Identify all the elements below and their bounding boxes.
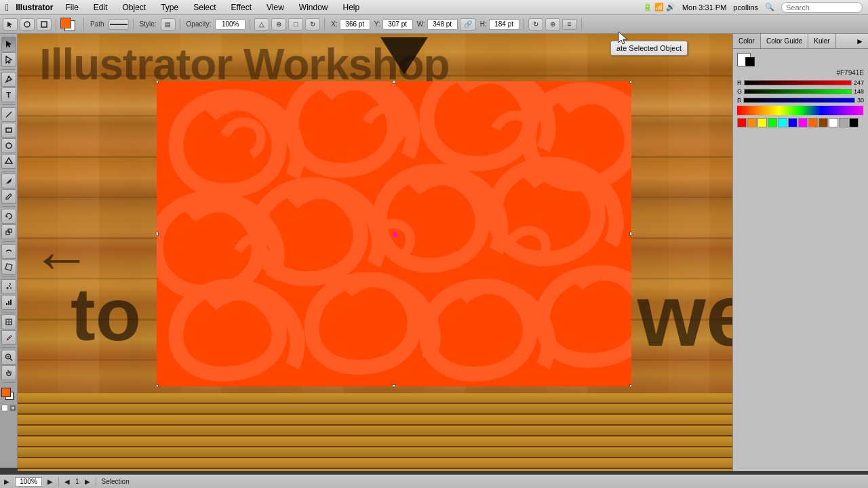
swatch-white[interactable] xyxy=(829,118,838,127)
swatch-cyan[interactable] xyxy=(778,118,787,127)
search-icon[interactable]: 🔍 xyxy=(765,3,774,12)
tool-slice[interactable] xyxy=(1,314,16,329)
tool-btn-3[interactable] xyxy=(37,18,52,30)
stroke-square[interactable] xyxy=(745,57,755,66)
tool-symbol-spray[interactable] xyxy=(1,279,16,294)
tab-color-guide[interactable]: Color Guide xyxy=(761,34,808,48)
select-tool-btn[interactable] xyxy=(3,18,18,30)
swatch-brown[interactable] xyxy=(818,118,828,127)
misc-btn-2[interactable]: ⊕ xyxy=(271,18,286,30)
tool-warp[interactable] xyxy=(1,244,16,259)
handle-top-center[interactable] xyxy=(392,81,396,83)
handle-mid-right[interactable] xyxy=(629,232,631,236)
canvas-area[interactable]: Illustrator Workshop ← to → wers xyxy=(18,34,850,471)
tab-color[interactable]: Color xyxy=(733,34,761,48)
tool-free-transform[interactable] xyxy=(1,260,16,274)
color-spectrum-bar[interactable] xyxy=(737,106,863,115)
toolbox-separator-7 xyxy=(2,312,16,312)
b-slider[interactable] xyxy=(743,98,855,103)
tool-hand[interactable] xyxy=(1,365,16,380)
r-slider[interactable] xyxy=(744,80,852,85)
menu-view[interactable]: View xyxy=(264,1,287,14)
handle-top-right[interactable] xyxy=(629,81,631,83)
search-input[interactable] xyxy=(781,2,863,13)
svg-rect-2 xyxy=(41,22,47,27)
misc-btn-1[interactable]: △ xyxy=(254,18,269,30)
tool-column-graph[interactable] xyxy=(1,295,16,310)
x-input[interactable] xyxy=(340,19,370,30)
handle-bottom-right[interactable] xyxy=(629,384,631,386)
opacity-input[interactable] xyxy=(215,19,245,30)
misc-btn-3[interactable]: □ xyxy=(288,18,303,30)
tab-kuler[interactable]: Kuler xyxy=(808,34,835,48)
tool-zoom[interactable] xyxy=(1,350,16,365)
menu-effect[interactable]: Effect xyxy=(229,1,254,14)
center-point-indicator xyxy=(393,232,397,237)
swatch-magenta[interactable] xyxy=(798,118,808,127)
tool-btn-2[interactable] xyxy=(20,18,35,30)
apple-menu[interactable]:  xyxy=(5,2,9,13)
toolbox-color-swatches[interactable] xyxy=(1,388,16,401)
rotate-btn[interactable]: ↻ xyxy=(528,18,543,30)
swatch-gray[interactable] xyxy=(839,118,848,127)
status-nav-right[interactable]: ▶ xyxy=(47,478,53,485)
tool-scale[interactable] xyxy=(1,224,16,239)
swatch-green[interactable] xyxy=(768,118,777,127)
menu-file[interactable]: File xyxy=(62,1,81,14)
h-input[interactable] xyxy=(489,19,519,30)
status-nav-left[interactable]: ▶ xyxy=(4,478,9,485)
tool-brush[interactable] xyxy=(1,174,16,188)
normal-mode-btn[interactable] xyxy=(1,405,8,411)
swatch-orange2[interactable] xyxy=(808,118,818,127)
g-slider[interactable] xyxy=(744,89,852,94)
menu-help[interactable]: Help xyxy=(340,1,363,14)
w-input[interactable] xyxy=(427,19,458,30)
swatch-orange[interactable] xyxy=(747,118,757,127)
swatch-red[interactable] xyxy=(737,118,747,127)
link-proportions-btn[interactable]: 🔗 xyxy=(460,18,476,30)
swatch-yellow[interactable] xyxy=(757,118,767,127)
menu-bar:  Illustrator File Edit Object Type Sele… xyxy=(0,0,868,15)
stroke-style[interactable] xyxy=(108,19,129,30)
tool-eraser[interactable] xyxy=(1,330,16,345)
panel-options-btn[interactable]: ► xyxy=(856,37,864,46)
tool-selection[interactable] xyxy=(1,37,16,52)
tool-type[interactable]: T xyxy=(1,87,16,102)
menu-object[interactable]: Object xyxy=(120,1,149,14)
svg-line-7 xyxy=(6,112,12,117)
tool-line[interactable] xyxy=(1,107,16,122)
menu-items: File Edit Object Type Select Effect View… xyxy=(62,1,362,14)
handle-bottom-center[interactable] xyxy=(392,384,396,386)
transform-btn[interactable]: ⊕ xyxy=(545,18,560,30)
tool-polygon[interactable] xyxy=(1,154,16,169)
tool-ellipse[interactable] xyxy=(1,138,16,153)
tool-pen[interactable] xyxy=(1,72,16,87)
tool-rotate[interactable] xyxy=(1,209,16,224)
status-page-next[interactable]: ▶ xyxy=(85,478,90,485)
expand-btn[interactable]: ≡ xyxy=(562,19,577,30)
fill-stroke-swatches[interactable] xyxy=(60,18,79,31)
misc-btn-4[interactable]: ↻ xyxy=(305,18,320,30)
swatch-black[interactable] xyxy=(849,118,859,127)
zoom-input[interactable] xyxy=(15,477,42,487)
tool-pencil[interactable] xyxy=(1,189,16,204)
menu-edit[interactable]: Edit xyxy=(91,1,111,14)
status-page-prev[interactable]: ◀ xyxy=(64,478,70,485)
g-value: 148 xyxy=(854,88,864,95)
handle-bottom-left[interactable] xyxy=(157,384,159,386)
svg-marker-10 xyxy=(5,158,12,163)
toolbox-fill-swatch[interactable] xyxy=(1,388,11,397)
toolbox-separator-3 xyxy=(2,171,16,171)
handle-mid-left[interactable] xyxy=(157,232,159,236)
tool-rect[interactable] xyxy=(1,123,16,138)
style-btn[interactable]: ▤ xyxy=(161,18,176,30)
menu-type[interactable]: Type xyxy=(158,1,181,14)
swatch-blue[interactable] xyxy=(788,118,797,127)
fill-swatch[interactable] xyxy=(60,18,71,28)
y-input[interactable] xyxy=(382,19,413,30)
handle-top-left[interactable] xyxy=(157,81,159,83)
menu-select[interactable]: Select xyxy=(191,1,218,14)
menu-window[interactable]: Window xyxy=(296,1,331,14)
screen-mode-btn[interactable] xyxy=(9,405,16,411)
tool-direct-selection[interactable] xyxy=(1,52,16,67)
